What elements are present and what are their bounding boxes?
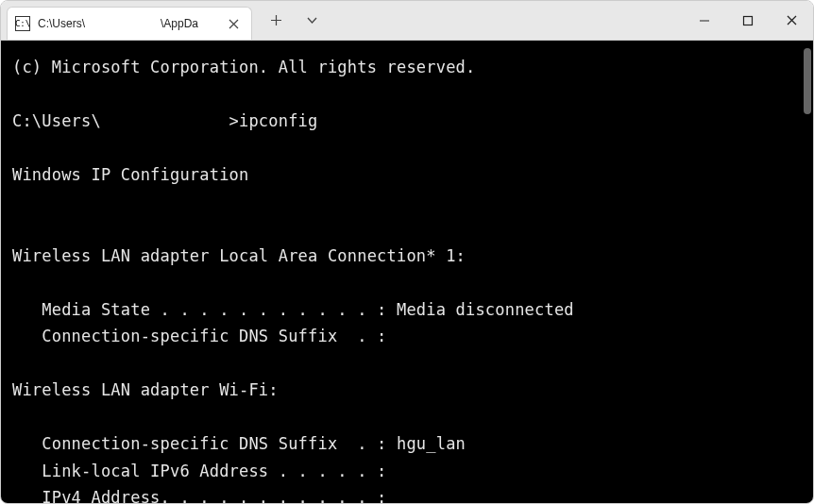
scrollbar-thumb[interactable] — [804, 48, 811, 114]
tab-dropdown-button[interactable] — [296, 5, 328, 37]
svg-rect-0 — [744, 16, 753, 25]
window-controls — [683, 1, 813, 40]
tab-title: C:\Users\\AppDa — [38, 17, 217, 30]
titlebar: C:\ C:\Users\\AppDa — [1, 1, 813, 41]
close-button[interactable] — [770, 1, 813, 40]
titlebar-drag-area[interactable] — [328, 1, 683, 40]
maximize-button[interactable] — [726, 1, 770, 40]
terminal-output: (c) Microsoft Corporation. All rights re… — [1, 41, 813, 503]
tabbar-actions — [252, 1, 328, 40]
tab-active[interactable]: C:\ C:\Users\\AppDa — [7, 7, 252, 40]
cmd-icon: C:\ — [15, 16, 30, 31]
terminal[interactable]: (c) Microsoft Corporation. All rights re… — [1, 41, 813, 503]
tab-close-button[interactable] — [225, 15, 242, 32]
new-tab-button[interactable] — [260, 5, 292, 37]
minimize-button[interactable] — [683, 1, 726, 40]
